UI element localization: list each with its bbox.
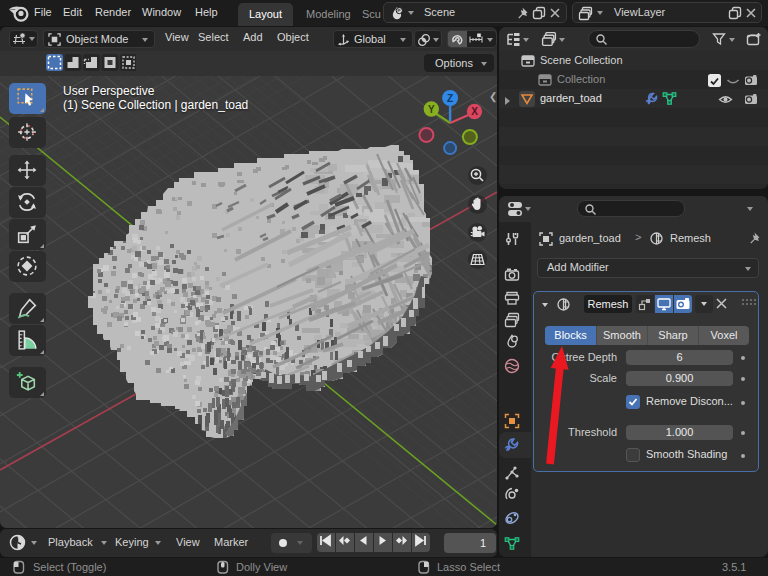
svg-text:X: X bbox=[471, 106, 478, 117]
svg-text:Y: Y bbox=[428, 104, 435, 115]
svg-text:Z: Z bbox=[447, 93, 453, 104]
